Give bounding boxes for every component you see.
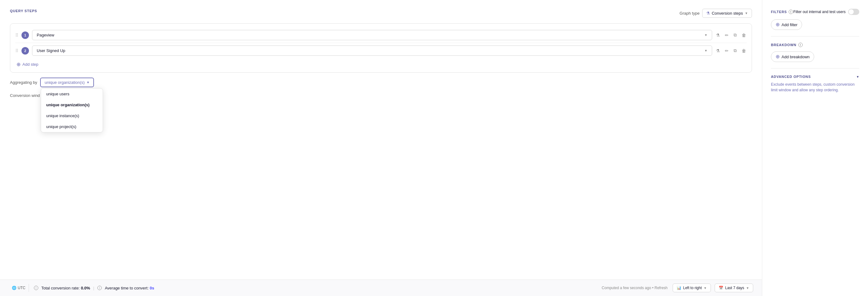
drag-handle-icon[interactable]: ⠿ — [15, 48, 18, 53]
breakdown-section-header: BREAKDOWN i ⊕ Add breakdown — [771, 43, 859, 62]
step-1-event: Pageview — [37, 33, 54, 37]
dropdown-item-unique-projects[interactable]: unique project(s) — [41, 121, 103, 132]
graph-type-text: Graph type — [679, 11, 700, 16]
dropdown-item-unique-users[interactable]: unique users — [41, 88, 103, 99]
chevron-down-icon: ▼ — [746, 286, 749, 290]
breakdown-title: BREAKDOWN i — [771, 43, 859, 47]
utc-label: UTC — [18, 286, 26, 290]
edit-icon[interactable]: ✏ — [724, 48, 729, 54]
query-steps-header: QUERY STEPS Graph type ⚗ Conversion step… — [10, 9, 752, 18]
avg-time-text: Average time to convert: 0s — [105, 286, 154, 290]
add-breakdown-label: Add breakdown — [781, 55, 809, 59]
dropdown-item-unique-instances[interactable]: unique instance(s) — [41, 110, 103, 121]
chevron-down-icon: ▼ — [704, 286, 707, 290]
advanced-options-section: ADVANCED OPTIONS ▼ Exclude events betwee… — [771, 75, 859, 93]
divider-2 — [771, 68, 859, 69]
filter-toggle-row: Filter out internal and test users — [793, 9, 859, 15]
step-2-actions: ⚗ ✏ ⧉ 🗑 — [715, 47, 747, 54]
graph-type-selector: Graph type ⚗ Conversion steps ▼ — [679, 9, 752, 18]
plus-icon: ⊕ — [776, 54, 780, 59]
chevron-down-icon: ▼ — [856, 75, 859, 79]
aggregating-value: unique organization(s) — [44, 80, 85, 85]
chevron-down-icon: ▼ — [87, 81, 90, 84]
step-row: ⠿ 1 Pageview ▼ ⚗ ✏ ⧉ 🗑 — [15, 27, 747, 43]
right-panel: FILTERS i Filter out internal and test u… — [762, 0, 868, 296]
date-range-label: Last 7 days — [725, 286, 744, 290]
refresh-link[interactable]: Refresh — [655, 286, 668, 290]
step-number-1: 1 — [22, 31, 29, 39]
info-icon: i — [34, 286, 38, 290]
filters-title: FILTERS i — [771, 10, 793, 14]
advanced-options-title: ADVANCED OPTIONS — [771, 75, 811, 79]
filters-section-header: FILTERS i Filter out internal and test u… — [771, 9, 859, 15]
info-icon-2: i — [97, 286, 102, 290]
chevron-down-icon: ▼ — [704, 33, 708, 37]
calendar-icon: 📅 — [719, 286, 723, 290]
add-filter-button[interactable]: ⊕ Add filter — [771, 19, 802, 30]
plus-icon: ⊕ — [17, 61, 21, 67]
step-row: ⠿ 2 User Signed Up ▼ ⚗ ✏ ⧉ 🗑 — [15, 43, 747, 58]
step-1-select[interactable]: Pageview ▼ — [32, 30, 712, 40]
filters-label: FILTERS — [771, 10, 787, 14]
chevron-down-icon: ▼ — [704, 49, 708, 52]
drag-handle-icon[interactable]: ⠿ — [15, 33, 18, 38]
divider — [771, 36, 859, 36]
steps-container: ⠿ 1 Pageview ▼ ⚗ ✏ ⧉ 🗑 ⠿ 2 — [10, 23, 752, 73]
advanced-options-body: Exclude events between steps, custom con… — [771, 82, 859, 93]
bottom-bar: 🌐 UTC i Total conversion rate: 0.0% | i … — [0, 279, 762, 296]
filter-icon[interactable]: ⚗ — [715, 48, 720, 54]
date-range-button[interactable]: 📅 Last 7 days ▼ — [715, 284, 753, 292]
add-filter-label: Add filter — [781, 22, 797, 27]
conversion-window-label: Conversion wind — [10, 93, 40, 98]
left-to-right-button[interactable]: 📊 Left to right ▼ — [673, 284, 711, 292]
bottom-controls: 📊 Left to right ▼ 📅 Last 7 days ▼ — [673, 284, 753, 292]
step-1-actions: ⚗ ✏ ⧉ 🗑 — [715, 32, 747, 38]
copy-icon[interactable]: ⧉ — [733, 32, 737, 38]
conversion-window-row: Conversion wind days ▼ — [10, 91, 752, 100]
step-number-2: 2 — [22, 47, 29, 55]
delete-icon[interactable]: 🗑 — [741, 48, 747, 54]
filter-icon[interactable]: ⚗ — [715, 32, 720, 38]
breakdown-label: BREAKDOWN — [771, 43, 797, 47]
advanced-options-description: Exclude events between steps, custom con… — [771, 82, 855, 92]
aggregating-row: Aggregating by unique organization(s) ▼ … — [10, 78, 752, 87]
step-2-event: User Signed Up — [37, 48, 65, 53]
edit-icon[interactable]: ✏ — [724, 32, 729, 38]
chart-icon: 📊 — [677, 286, 681, 290]
avg-time-value: 0s — [150, 286, 154, 290]
graph-type-button[interactable]: ⚗ Conversion steps ▼ — [702, 9, 752, 18]
filter-out-toggle[interactable] — [848, 9, 859, 15]
bottom-right: Computed a few seconds ago • Refresh 📊 L… — [602, 284, 753, 292]
globe-icon: 🌐 — [12, 286, 17, 290]
dropdown-item-unique-orgs[interactable]: unique organization(s) — [41, 99, 103, 110]
add-step-button[interactable]: ⊕ Add step — [15, 58, 39, 69]
advanced-options-header[interactable]: ADVANCED OPTIONS ▼ — [771, 75, 859, 79]
query-steps-label: QUERY STEPS — [10, 9, 37, 13]
add-step-label: Add step — [22, 62, 38, 67]
funnel-icon: ⚗ — [706, 11, 710, 16]
info-icon: i — [798, 43, 803, 47]
graph-type-value: Conversion steps — [712, 11, 743, 16]
step-2-select[interactable]: User Signed Up ▼ — [32, 46, 712, 56]
ltr-label: Left to right — [683, 286, 702, 290]
total-conversion-value: 0.0% — [81, 286, 90, 290]
computed-text: Computed a few seconds ago • Refresh — [602, 286, 668, 290]
aggregating-dropdown: unique users unique organization(s) uniq… — [41, 88, 103, 132]
info-icon: i — [789, 10, 793, 14]
delete-icon[interactable]: 🗑 — [741, 32, 747, 38]
utc-badge: 🌐 UTC — [9, 284, 29, 292]
aggregating-label: Aggregating by — [10, 80, 37, 85]
total-conversion-text: Total conversion rate: 0.0% — [41, 286, 90, 290]
chevron-down-icon: ▼ — [745, 11, 748, 15]
aggregating-select[interactable]: unique organization(s) ▼ unique users un… — [40, 78, 94, 87]
plus-icon: ⊕ — [776, 22, 780, 27]
copy-icon[interactable]: ⧉ — [733, 47, 737, 54]
add-breakdown-button[interactable]: ⊕ Add breakdown — [771, 51, 814, 62]
filter-out-label: Filter out internal and test users — [793, 10, 846, 14]
